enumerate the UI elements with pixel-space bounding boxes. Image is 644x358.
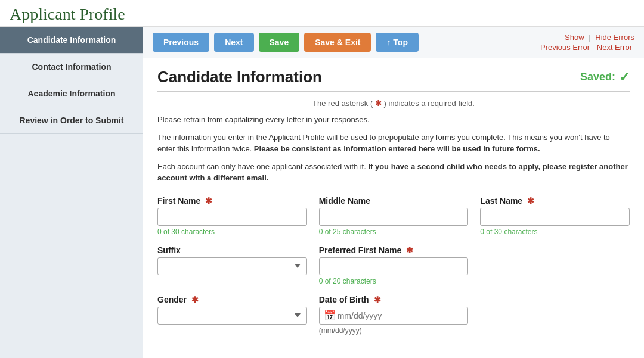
info-text-3: Each account can only have one applicant… — [157, 161, 630, 184]
check-icon: ✓ — [619, 70, 630, 85]
save-button[interactable]: Save — [259, 33, 300, 52]
next-error-link[interactable]: Next Error — [597, 43, 632, 52]
candidate-form: First Name ✱ 0 of 30 characters Middle N… — [157, 196, 630, 335]
divider: | — [589, 33, 590, 42]
sidebar: Candidate Information Contact Informatio… — [0, 27, 143, 358]
sidebar-item-candidate-information[interactable]: Candidate Information — [0, 27, 143, 54]
gender-label: Gender ✱ — [157, 295, 307, 304]
divider-line — [157, 91, 630, 92]
date-of-birth-group: Date of Birth ✱ 📅 (mm/dd/yyyy) — [319, 295, 469, 335]
info-text-2-bold: Please be consistent as information ente… — [254, 144, 540, 153]
first-name-input[interactable] — [157, 208, 307, 226]
preferred-first-name-input[interactable] — [319, 257, 469, 275]
gender-required: ✱ — [189, 295, 199, 304]
error-nav: Previous Error Next Error — [538, 43, 634, 52]
first-name-group: First Name ✱ 0 of 30 characters — [157, 196, 307, 236]
saved-badge: Saved: ✓ — [580, 70, 630, 85]
last-name-input[interactable] — [480, 208, 630, 226]
sidebar-item-academic-information[interactable]: Academic Information — [0, 80, 143, 107]
top-button[interactable]: ↑ Top — [376, 33, 419, 52]
info-text-1: Please refrain from capitalizing every l… — [157, 114, 630, 126]
middle-name-label: Middle Name — [319, 196, 469, 206]
last-name-required: ✱ — [525, 196, 534, 206]
date-of-birth-input[interactable] — [319, 307, 469, 325]
calendar-icon: 📅 — [324, 310, 336, 321]
previous-button[interactable]: Previous — [153, 33, 209, 52]
content-area: Previous Next Save Save & Exit ↑ Top Sho… — [143, 27, 644, 358]
hide-errors-link[interactable]: Hide Errors — [595, 33, 634, 42]
middle-name-char-count: 0 of 25 characters — [319, 228, 469, 236]
gender-dob-row: Gender ✱ Male Female Non-binary Prefer n… — [157, 295, 630, 335]
preferred-first-name-label: Preferred First Name ✱ — [319, 245, 469, 255]
error-links: Show | Hide Errors Previous Error Next E… — [538, 33, 634, 52]
info-text-3-bold: If you have a second child who needs to … — [157, 162, 628, 183]
page-title: Candidate Information — [157, 68, 322, 86]
page-header-row: Candidate Information Saved: ✓ — [157, 68, 630, 86]
app-title: Applicant Profile — [0, 0, 644, 27]
middle-name-group: Middle Name 0 of 25 characters — [319, 196, 469, 236]
save-exit-button[interactable]: Save & Exit — [304, 33, 371, 52]
suffix-group: Suffix Jr. Sr. II III IV — [157, 245, 307, 285]
saved-label: Saved: — [580, 71, 615, 83]
first-name-char-count: 0 of 30 characters — [157, 228, 307, 236]
suffix-label: Suffix — [157, 245, 307, 255]
middle-name-input[interactable] — [319, 208, 469, 226]
preferred-first-name-group: Preferred First Name ✱ 0 of 20 character… — [319, 245, 469, 285]
asterisk-symbol: ✱ — [375, 99, 382, 108]
suffix-select[interactable]: Jr. Sr. II III IV — [157, 257, 307, 275]
sidebar-item-contact-information[interactable]: Contact Information — [0, 54, 143, 80]
sidebar-item-review-in-order-to-submit[interactable]: Review in Order to Submit — [0, 107, 143, 134]
date-input-wrap: 📅 — [319, 307, 469, 325]
first-name-required: ✱ — [203, 196, 212, 206]
suffix-preferred-row: Suffix Jr. Sr. II III IV Preferred Firs — [157, 245, 630, 285]
date-hint: (mm/dd/yyyy) — [319, 326, 469, 335]
first-name-label: First Name ✱ — [157, 196, 307, 206]
last-name-label: Last Name ✱ — [480, 196, 630, 206]
next-button[interactable]: Next — [214, 33, 253, 52]
preferred-first-name-char-count: 0 of 20 characters — [319, 277, 469, 285]
last-name-char-count: 0 of 30 characters — [480, 228, 630, 236]
last-name-group: Last Name ✱ 0 of 30 characters — [480, 196, 630, 236]
gender-select[interactable]: Male Female Non-binary Prefer not to say — [157, 307, 307, 325]
required-note: The red asterisk ( ✱ ) indicates a requi… — [157, 99, 630, 108]
preferred-name-required: ✱ — [404, 245, 413, 255]
previous-error-link[interactable]: Previous Error — [540, 43, 590, 52]
name-row: First Name ✱ 0 of 30 characters Middle N… — [157, 196, 630, 236]
info-text-2: The information you enter in the Applica… — [157, 132, 630, 155]
toolbar: Previous Next Save Save & Exit ↑ Top Sho… — [143, 27, 644, 58]
dob-required: ✱ — [371, 295, 381, 304]
gender-group: Gender ✱ Male Female Non-binary Prefer n… — [157, 295, 307, 335]
page-body: Candidate Information Saved: ✓ The red a… — [143, 58, 644, 354]
show-errors-link[interactable]: Show — [565, 33, 584, 42]
date-of-birth-label: Date of Birth ✱ — [319, 295, 469, 304]
